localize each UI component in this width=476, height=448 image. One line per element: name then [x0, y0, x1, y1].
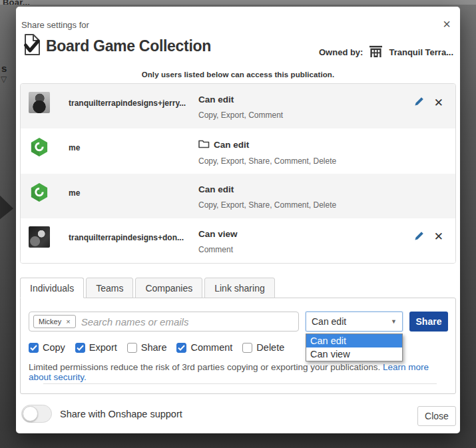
checkbox-export-box[interactable] [75, 343, 85, 353]
user-name: tranquilterrapindesigns+jerry... [69, 99, 198, 108]
user-row: tranquilterrapindesigns+jerry... Can edi… [21, 84, 455, 128]
share-button[interactable]: Share [409, 312, 448, 332]
close-icon[interactable]: × [443, 17, 451, 31]
background-shape [0, 192, 13, 222]
user-permission-details: Copy, Export, Share, Comment, Delete [198, 200, 336, 210]
tab-companies[interactable]: Companies [135, 278, 202, 298]
edit-permission-icon[interactable] [414, 230, 425, 244]
company-building-icon [368, 44, 383, 60]
checkbox-delete[interactable]: Delete [242, 342, 284, 353]
share-settings-dialog: × Share settings for Board Game Collecti… [16, 7, 460, 433]
option-can-edit[interactable]: Can edit [306, 334, 402, 347]
user-permission: Can view [198, 229, 238, 239]
remove-user-icon[interactable]: ✕ [434, 231, 443, 242]
permission-select-value: Can edit [312, 316, 346, 327]
toggle-knob [23, 406, 38, 421]
user-permission-details: Copy, Export, Share, Comment, Delete [198, 156, 336, 166]
tab-individuals[interactable]: Individuals [20, 278, 84, 298]
background-top-strip: Boar... [0, 0, 476, 5]
user-access-list: tranquilterrapindesigns+jerry... Can edi… [20, 83, 456, 264]
folder-icon [198, 139, 210, 150]
permission-select[interactable]: Can edit ▼ [306, 312, 403, 332]
background-letter: s [1, 63, 7, 74]
support-toggle-label: Share with Onshape support [60, 409, 182, 419]
individuals-panel: Mickey × Can edit ▼ Share Can edit Can v… [20, 298, 456, 394]
checkbox-share-box[interactable] [127, 343, 137, 353]
user-avatar [29, 226, 50, 248]
search-input[interactable] [81, 316, 294, 328]
permission-checkboxes: Copy Export Share Comment Delete [29, 342, 284, 353]
background-document-title: Boar... [3, 0, 30, 5]
onshape-logo-icon [29, 182, 50, 203]
panel-divider [43, 383, 437, 384]
filter-icon: ▽ [1, 75, 7, 84]
permission-dropdown-list: Can edit Can view [306, 334, 403, 361]
checkbox-comment-box[interactable] [176, 343, 186, 353]
checkbox-export[interactable]: Export [75, 342, 117, 353]
checkbox-comment[interactable]: Comment [176, 342, 232, 353]
chevron-down-icon: ▼ [391, 318, 397, 325]
checkbox-share[interactable]: Share [127, 342, 167, 353]
user-name: tranquilterrapindesigns+don... [69, 233, 198, 242]
onshape-logo-icon [29, 136, 50, 158]
tab-link-sharing[interactable]: Link sharing [204, 278, 275, 298]
user-row: me Can edit Copy, Export, Share, Comment… [21, 128, 455, 173]
close-button[interactable]: Close [417, 406, 456, 426]
owned-by-label: Owned by: [319, 47, 363, 57]
dialog-eyebrow: Share settings for [21, 20, 89, 30]
access-notice: Only users listed below can access this … [16, 71, 460, 79]
checkbox-delete-box[interactable] [242, 343, 252, 353]
user-permission-details: Copy, Export, Comment [198, 111, 283, 120]
remove-user-icon[interactable]: ✕ [434, 97, 443, 109]
option-can-view[interactable]: Can view [306, 347, 402, 361]
recipient-search-box[interactable]: Mickey × [29, 312, 299, 332]
user-row: me Can edit Copy, Export, Share, Comment… [21, 174, 455, 218]
checkbox-copy[interactable]: Copy [29, 342, 65, 353]
user-permission: Can edit [214, 140, 249, 150]
user-permission: Can edit [198, 184, 234, 194]
page-title: Board Game Collection [46, 37, 211, 55]
chip-remove-icon[interactable]: × [66, 318, 70, 326]
user-permission: Can edit [198, 95, 234, 105]
user-row: tranquilterrapindesigns+don... Can view … [21, 218, 455, 263]
recipient-chip: Mickey × [33, 315, 76, 328]
publication-doc-icon [21, 33, 41, 59]
user-name: me [69, 143, 198, 152]
tab-teams[interactable]: Teams [86, 278, 133, 298]
owner-name: Tranquil Terra... [389, 47, 453, 57]
permissions-note: Limited permissions reduce the risk of 3… [29, 362, 448, 382]
user-name: me [69, 188, 198, 198]
support-share-toggle[interactable] [21, 405, 52, 423]
user-avatar [29, 92, 50, 113]
checkbox-copy-box[interactable] [29, 343, 39, 353]
edit-permission-icon[interactable] [414, 96, 425, 109]
recipient-chip-label: Mickey [39, 318, 61, 326]
user-permission-details: Comment [198, 245, 238, 254]
share-tabs: Individuals Teams Companies Link sharing [20, 278, 275, 298]
